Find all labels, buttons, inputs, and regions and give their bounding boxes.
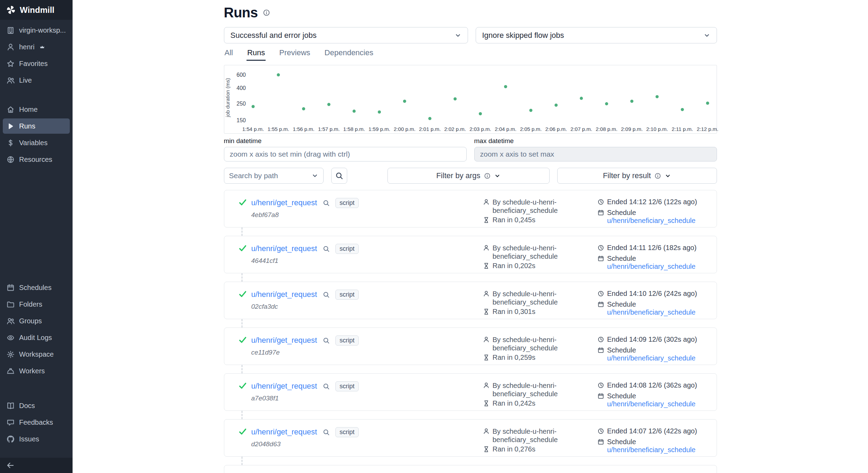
hourglass-icon (483, 354, 490, 361)
run-card[interactable]: u/henri/get_requestscript4ebf67a8By sche… (224, 190, 717, 227)
run-card[interactable]: u/henri/get_requestscript46441cf1By sche… (224, 236, 717, 273)
success-check-icon (238, 290, 247, 299)
run-id: a7e038f1 (251, 395, 359, 402)
sidebar-item-live[interactable]: Live (3, 73, 70, 88)
inspect-run-icon[interactable] (323, 383, 330, 390)
run-id: 4ebf67a8 (251, 211, 359, 219)
gear-icon (7, 350, 15, 358)
svg-text:1:57 p.m.: 1:57 p.m. (318, 126, 340, 132)
inspect-run-icon[interactable] (323, 429, 330, 436)
run-connector (242, 227, 242, 236)
run-duration: Ran in 0,242s (493, 399, 535, 407)
run-card[interactable]: u/henri/get_requestscriptBy schedule-u-h… (224, 465, 717, 473)
person-icon (7, 43, 15, 51)
run-path-link[interactable]: u/henri/get_request (251, 198, 317, 207)
schedule-path-link[interactable]: u/henri/beneficiary_schedule (607, 263, 696, 270)
run-card[interactable]: u/henri/get_requestscriptce11d97eBy sche… (224, 327, 717, 365)
sidebar-item-resources[interactable]: Resources (3, 152, 70, 167)
sidebar-item-runs[interactable]: Runs (3, 118, 70, 134)
sidebar-item-label: Variables (19, 139, 48, 147)
run-card[interactable]: u/henri/get_requestscripta7e038f1By sche… (224, 373, 717, 411)
schedule-path-link[interactable]: u/henri/beneficiary_schedule (607, 217, 696, 224)
inspect-run-icon[interactable] (323, 199, 330, 207)
svg-text:2:08 p.m.: 2:08 p.m. (595, 126, 617, 132)
tab-all[interactable]: All (224, 47, 234, 61)
run-card-middle: By schedule-u-henri-beneficiary_schedule… (483, 335, 598, 363)
sidebar: Windmill virgin-worksp...henriFavoritesL… (0, 0, 73, 473)
person-icon (483, 336, 490, 343)
user-menu[interactable]: henri (3, 39, 70, 55)
run-card-middle: By schedule-u-henri-beneficiary_schedule… (483, 290, 598, 317)
runs-duration-chart[interactable]: job duration (ms)1502504006001:54 p.m.1:… (224, 65, 717, 134)
info-icon[interactable] (654, 173, 661, 179)
sidebar-item-issues[interactable]: Issues (3, 431, 70, 447)
sidebar-account-group: virgin-worksp...henriFavoritesLive (0, 20, 73, 89)
sidebar-item-folders[interactable]: Folders (3, 297, 70, 312)
run-path-link[interactable]: u/henri/get_request (251, 244, 317, 253)
run-path-link[interactable]: u/henri/get_request (251, 336, 317, 345)
run-path-link[interactable]: u/henri/get_request (251, 290, 317, 299)
search-button[interactable] (331, 168, 347, 184)
schedule-path-link[interactable]: u/henri/beneficiary_schedule (607, 354, 696, 362)
hourglass-icon (483, 217, 490, 223)
sidebar-item-favorites[interactable]: Favorites (3, 56, 70, 71)
run-path-link[interactable]: u/henri/get_request (251, 428, 317, 437)
inspect-run-icon[interactable] (323, 337, 330, 344)
sidebar-item-groups[interactable]: Groups (3, 313, 70, 329)
schedule-path-link[interactable]: u/henri/beneficiary_schedule (607, 446, 696, 454)
info-icon[interactable] (484, 173, 491, 179)
page-info-icon[interactable] (263, 9, 270, 16)
filter-by-args-label: Filter by args (436, 171, 480, 180)
sidebar-item-audit-logs[interactable]: Audit Logs (3, 330, 70, 345)
run-triggered-by: By schedule-u-henri-beneficiary_schedule (493, 335, 566, 352)
building-icon (7, 26, 15, 34)
sidebar-item-label: Audit Logs (19, 334, 52, 342)
workspace-selector[interactable]: virgin-worksp... (3, 23, 70, 38)
run-id: 02cfa3dc (251, 303, 359, 310)
svg-text:2:10 p.m.: 2:10 p.m. (646, 126, 668, 132)
hourglass-icon (483, 263, 490, 269)
run-card[interactable]: u/henri/get_requestscriptd2048d63By sche… (224, 419, 717, 457)
sidebar-manage-group: SchedulesFoldersGroupsAudit LogsWorkspac… (0, 277, 73, 380)
calendar-icon (598, 347, 604, 354)
play-icon (7, 122, 15, 130)
sidebar-item-feedbacks[interactable]: Feedbacks (3, 415, 70, 430)
inspect-run-icon[interactable] (323, 291, 330, 298)
sidebar-item-docs[interactable]: Docs (3, 398, 70, 413)
tab-runs[interactable]: Runs (247, 47, 266, 61)
sidebar-item-home[interactable]: Home (3, 102, 70, 117)
windmill-logo[interactable]: Windmill (0, 0, 73, 20)
sidebar-item-workers[interactable]: Workers (3, 363, 70, 379)
tab-dependencies[interactable]: Dependencies (324, 47, 374, 61)
inspect-run-icon[interactable] (323, 245, 330, 252)
book-icon (7, 402, 15, 410)
success-check-icon (238, 244, 247, 253)
sidebar-item-variables[interactable]: Variables (3, 135, 70, 150)
run-id: ce11d97e (251, 349, 359, 356)
filter-by-args-button[interactable]: Filter by args (387, 168, 550, 184)
collapse-sidebar-icon[interactable] (6, 461, 15, 470)
search-icon (335, 172, 343, 180)
svg-text:1:54 p.m.: 1:54 p.m. (242, 126, 264, 132)
run-path-link[interactable]: u/henri/get_request (251, 382, 317, 391)
sidebar-item-schedules[interactable]: Schedules (3, 280, 70, 295)
job-status-select[interactable]: Successful and error jobs (224, 27, 468, 43)
schedule-path-link[interactable]: u/henri/beneficiary_schedule (607, 400, 696, 408)
tab-previews[interactable]: Previews (278, 47, 311, 61)
schedule-path-link[interactable]: u/henri/beneficiary_schedule (607, 308, 696, 316)
search-toolbar: Search by path Filter by args Filter by … (224, 168, 717, 184)
max-datetime-input[interactable] (474, 147, 717, 161)
skipped-flow-select[interactable]: Ignore skipped flow jobs (476, 27, 717, 43)
run-card[interactable]: u/henri/get_requestscript02cfa3dcBy sche… (224, 282, 717, 319)
sidebar-nav-group: HomeRunsVariablesResources (0, 99, 73, 168)
min-datetime-input[interactable] (224, 147, 467, 161)
sidebar-item-workspace[interactable]: Workspace (3, 347, 70, 362)
run-card-left: u/henri/get_requestscriptce11d97e (238, 335, 483, 356)
job-kind-badge: script (335, 244, 359, 254)
person-icon (483, 199, 490, 205)
sidebar-item-label: henri (19, 43, 34, 51)
run-ended: Ended 14:11 12/6 (182s ago) (607, 244, 697, 252)
search-by-path-select[interactable]: Search by path (224, 168, 324, 184)
filter-by-result-button[interactable]: Filter by result (557, 168, 717, 184)
sidebar-item-label: Issues (19, 435, 39, 443)
